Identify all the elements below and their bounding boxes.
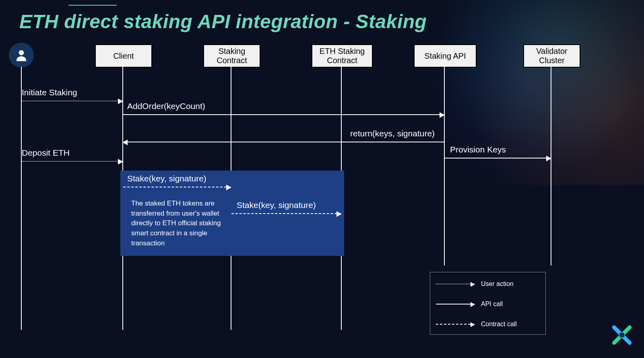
msg-return-keys-label: return(keys, signature)	[350, 129, 435, 138]
participant-eth-staking-contract: ETH Staking Contract	[312, 44, 373, 68]
msg-initiate-staking-label: Initiate Staking	[22, 88, 77, 97]
title-rule	[68, 5, 117, 6]
msg-stake1-label: Stake(key, signature)	[127, 174, 206, 183]
lifeline-validator-cluster	[551, 67, 551, 265]
msg-initiate-staking	[22, 101, 122, 101]
legend-box: User action API call Contract call	[430, 272, 546, 335]
actor-user	[9, 43, 34, 68]
arrow-right-icon	[471, 302, 475, 307]
arrow-right-icon	[471, 322, 475, 327]
msg-stake1	[123, 187, 231, 187]
msg-add-order-label: AddOrder(keyCount)	[127, 101, 205, 111]
arrow-right-icon	[440, 112, 445, 118]
brand-logo-icon	[609, 323, 634, 348]
participant-client: Client	[95, 44, 152, 68]
legend-row-user-action: User action	[436, 280, 541, 288]
legend-line-dotted	[436, 284, 475, 284]
page-title: ETH direct staking API integration - Sta…	[19, 10, 427, 33]
legend-line-dashdot	[436, 324, 475, 325]
msg-deposit-eth-label: Deposit ETH	[22, 148, 70, 158]
arrow-right-icon	[226, 185, 231, 190]
arrow-right-icon	[118, 159, 123, 165]
msg-stake2-label: Stake(key, signature)	[237, 200, 316, 210]
lifeline-user	[21, 67, 22, 330]
legend-label-contract-call: Contract call	[481, 321, 517, 328]
arrow-right-icon	[471, 282, 475, 287]
participant-staking-api: Staking API	[414, 44, 477, 68]
legend-label-user-action: User action	[481, 280, 514, 288]
legend-row-api-call: API call	[436, 300, 541, 308]
msg-provision-keys-label: Provision Keys	[450, 145, 506, 154]
participant-validator-cluster: Validator Cluster	[523, 44, 580, 68]
svg-point-0	[19, 50, 24, 56]
arrow-right-icon	[336, 211, 342, 217]
arrow-right-icon	[546, 156, 551, 161]
legend-row-contract-call: Contract call	[436, 321, 541, 328]
lifeline-staking-api	[444, 67, 445, 265]
arrow-left-icon	[122, 140, 128, 145]
participant-staking-contract: Staking Contract	[203, 44, 260, 68]
msg-provision-keys	[445, 158, 551, 158]
legend-line-solid	[436, 304, 475, 305]
svg-rect-3	[619, 333, 624, 337]
legend-label-api-call: API call	[481, 300, 503, 308]
arrow-right-icon	[118, 99, 123, 104]
user-icon	[14, 48, 29, 62]
msg-add-order	[123, 114, 444, 115]
annotation-note: The staked ETH tokens are transferred fr…	[131, 199, 236, 248]
msg-stake2	[231, 213, 341, 214]
msg-deposit-eth	[22, 161, 122, 162]
msg-return-keys	[123, 142, 444, 142]
